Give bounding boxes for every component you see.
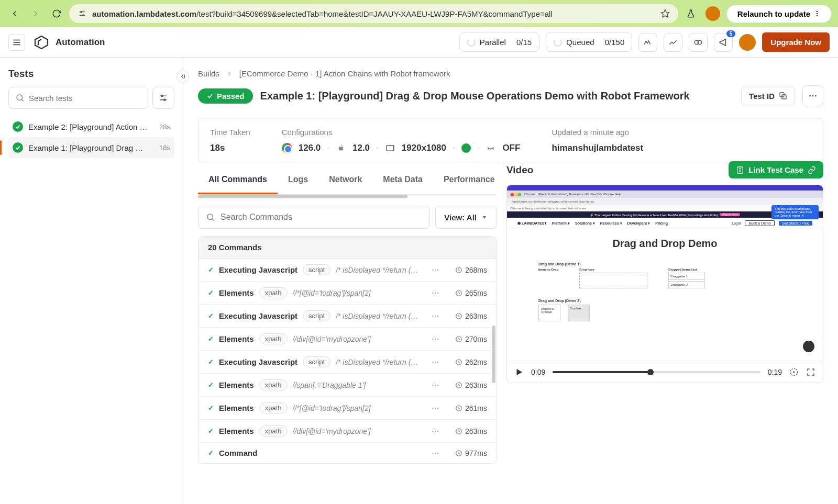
tab-network[interactable]: Network [318, 166, 372, 194]
user-avatar[interactable] [739, 34, 756, 51]
command-tag: script [303, 356, 330, 367]
fullscreen-icon[interactable] [806, 367, 815, 377]
command-name: Elements [219, 404, 254, 412]
test-duration: 18s [159, 144, 170, 152]
video-progress-bar[interactable] [553, 371, 760, 373]
playback-speed-icon[interactable] [789, 367, 799, 377]
commands-list[interactable]: ✓ Executing Javascript script /* isDispl… [199, 259, 497, 464]
video-controls: 0:09 0:19 [507, 361, 823, 383]
command-row[interactable]: ✓ Executing Javascript script /* isDispl… [199, 351, 497, 374]
star-icon[interactable] [660, 9, 670, 18]
labs-icon[interactable] [682, 5, 699, 22]
check-icon: ✓ [208, 335, 214, 343]
check-icon: ✓ [208, 404, 214, 412]
command-search[interactable] [198, 206, 430, 229]
command-more-icon[interactable]: ⋯ [429, 381, 442, 389]
command-more-icon[interactable]: ⋯ [429, 289, 442, 297]
site-settings-icon[interactable] [78, 9, 87, 18]
tabs-scrollbar[interactable] [198, 195, 497, 198]
command-more-icon[interactable]: ⋯ [429, 404, 442, 412]
url-bar[interactable]: automation.lambdatest.com/test?build=345… [69, 4, 678, 23]
command-row[interactable]: ✓ Elements xpath //span[.='Draggable 1']… [199, 374, 497, 397]
link-test-case-button[interactable]: Link Test Case [729, 161, 823, 178]
check-icon: ✓ [208, 312, 214, 320]
svg-point-30 [207, 214, 213, 220]
app-title: Automation [56, 37, 105, 48]
command-row[interactable]: ✓ Elements xpath //*[@id='todrag']/span[… [199, 282, 497, 305]
command-more-icon[interactable]: ⋯ [429, 449, 442, 457]
play-button[interactable] [514, 367, 524, 377]
command-row[interactable]: ✓ Executing Javascript script /* isDispl… [199, 305, 497, 328]
commands-panel: 20 Commands ✓ Executing Javascript scrip… [198, 236, 497, 464]
announcement-icon[interactable]: 5 [714, 33, 733, 52]
tab-logs[interactable]: Logs [278, 166, 318, 194]
search-input[interactable] [29, 94, 141, 103]
command-name: Executing Javascript [219, 311, 297, 320]
svg-point-25 [815, 95, 817, 97]
parallel-capacity[interactable]: Parallel 0/15 [459, 32, 539, 52]
forward-button[interactable] [27, 5, 44, 22]
test-id-button[interactable]: Test ID [741, 87, 795, 105]
sidebar-collapse-handle[interactable] [177, 70, 189, 83]
search-icon [206, 212, 215, 222]
check-icon: ✓ [208, 289, 214, 297]
command-row[interactable]: ✓ Elements xpath //div[@id='mydropzone']… [199, 420, 497, 443]
tests-sidebar: Tests Example 2: [Playground] Action … 2… [0, 58, 183, 504]
tab-all-commands[interactable]: All Commands [198, 166, 278, 194]
status-passed-icon [13, 121, 23, 132]
command-search-input[interactable] [220, 212, 422, 222]
command-time: 261ms [447, 404, 487, 412]
video-current-time: 0:09 [531, 368, 545, 376]
relaunch-button[interactable]: Relaunch to update [726, 5, 832, 23]
command-more-icon[interactable]: ⋯ [429, 335, 442, 343]
breadcrumb-builds[interactable]: Builds [198, 69, 219, 78]
svg-marker-48 [793, 371, 796, 373]
command-more-icon[interactable]: ⋯ [429, 312, 442, 320]
test-item[interactable]: Example 1: [Playground] Drag … 18s [8, 137, 174, 158]
command-time: 263ms [447, 312, 487, 320]
accessibility-icon [486, 143, 496, 153]
commands-scrollbar[interactable] [492, 326, 495, 383]
command-row[interactable]: ✓ Command ⋯ 977ms [199, 443, 497, 464]
video-total-time: 0:19 [768, 368, 782, 376]
command-time: 268ms [447, 266, 487, 274]
check-icon: ✓ [208, 427, 214, 435]
notification-badge: 5 [726, 30, 736, 37]
view-filter-button[interactable]: View: All [435, 206, 497, 229]
command-more-icon[interactable]: ⋯ [429, 358, 442, 366]
sidebar-search[interactable] [8, 87, 148, 109]
queued-capacity[interactable]: Queued 0/150 [546, 32, 632, 52]
command-detail: //*[@id='todrag']/span[2] [293, 289, 424, 297]
command-row[interactable]: ✓ Elements xpath //*[@id='todrag']/span[… [199, 397, 497, 420]
check-icon: ✓ [208, 381, 214, 389]
filter-button[interactable] [152, 87, 174, 109]
more-actions-button[interactable] [802, 85, 823, 106]
upgrade-button[interactable]: Upgrade Now [762, 32, 830, 52]
video-panel: 🔴🟡🟢ChromeFile Edit View History Bookmark… [506, 185, 823, 383]
command-row[interactable]: ✓ Executing Javascript script /* isDispl… [199, 259, 497, 282]
test-item[interactable]: Example 2: [Playground] Action … 28s [8, 116, 174, 137]
command-time: 263ms [447, 381, 487, 389]
copy-icon [779, 92, 787, 100]
test-name: Example 1: [Playground] Drag … [28, 143, 154, 152]
profile-avatar[interactable] [705, 6, 720, 21]
link-icon [808, 166, 816, 174]
back-button[interactable] [6, 5, 23, 22]
command-more-icon[interactable]: ⋯ [429, 266, 442, 274]
content-area: Builds [ECommerce Demo - 1] Action Chain… [183, 58, 838, 504]
integration-icon[interactable] [689, 33, 708, 52]
command-row[interactable]: ✓ Elements xpath //div[@id='mydropzone']… [199, 328, 497, 351]
tab-meta-data[interactable]: Meta Data [372, 166, 433, 194]
command-more-icon[interactable]: ⋯ [429, 427, 442, 435]
analytics-icon[interactable] [664, 33, 682, 52]
tab-performance[interactable]: Performance [433, 166, 497, 194]
video-preview[interactable]: 🔴🟡🟢ChromeFile Edit View History Bookmark… [507, 185, 823, 361]
menu-button[interactable] [8, 34, 25, 51]
video-title: Video [506, 164, 533, 176]
command-detail: /* isDisplayed */return (… [336, 358, 424, 366]
svg-rect-26 [387, 145, 394, 151]
dashboard-icon[interactable] [638, 33, 657, 52]
command-tag: xpath [259, 333, 288, 344]
svg-point-7 [817, 15, 818, 16]
reload-button[interactable] [48, 5, 65, 22]
